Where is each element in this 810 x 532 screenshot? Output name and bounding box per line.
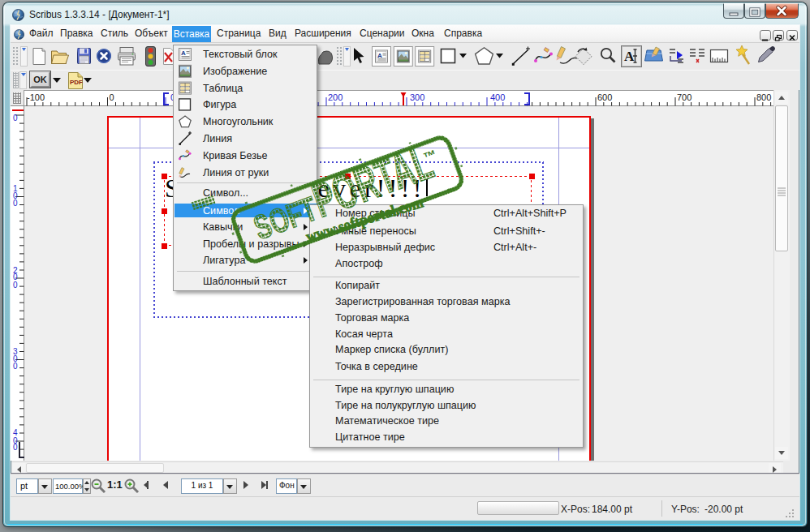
svg-text:0: 0: [13, 199, 18, 208]
svg-text:700: 700: [677, 92, 692, 102]
svg-text:0: 0: [110, 92, 114, 102]
svg-text:0: 0: [13, 281, 18, 290]
svg-text:300: 300: [410, 92, 424, 102]
svg-text:PDF: PDF: [70, 79, 83, 86]
svg-text:0: 0: [13, 114, 18, 122]
svg-text:800: 800: [756, 92, 771, 102]
svg-text:600: 600: [597, 92, 612, 102]
svg-text:0: 0: [13, 443, 18, 452]
svg-text:200: 200: [328, 92, 343, 102]
svg-text:400: 400: [490, 92, 505, 102]
svg-text:-100: -100: [27, 92, 45, 102]
svg-text:0: 0: [13, 362, 18, 371]
